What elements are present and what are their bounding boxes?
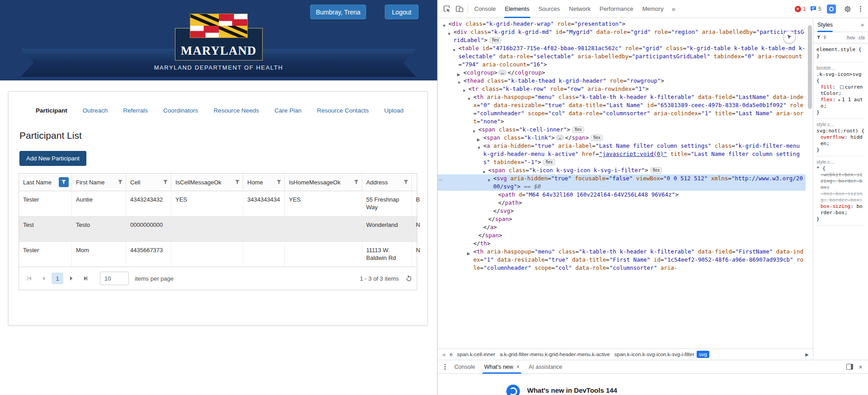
filter-icon[interactable]	[163, 179, 168, 185]
tree-line[interactable]: </span>	[438, 215, 806, 223]
breadcrumb-item[interactable]: a.k-grid-filter-menu.k-grid-header-menu.…	[497, 351, 612, 358]
device-toolbar-button[interactable]	[453, 3, 466, 15]
tree-line[interactable]: ▼<span class="k-icon k-svg-icon k-svg-i-…	[438, 166, 806, 174]
column-header-ishomemessageok[interactable]: IsHomeMessageOk	[284, 174, 362, 191]
flex-badge[interactable]: flex	[490, 37, 501, 43]
settings-button[interactable]	[841, 3, 854, 15]
close-tab-icon[interactable]: ×	[516, 364, 519, 370]
column-header-cell[interactable]: Cell	[126, 174, 171, 191]
sidebar-more-tabs-button[interactable]: »	[861, 22, 864, 28]
flex-badge[interactable]: flex	[651, 167, 662, 174]
flex-badge[interactable]: flex	[591, 135, 603, 141]
css-declaration[interactable]: -webkit-box-sizing: border-box;	[816, 172, 865, 191]
tree-line-selected[interactable]: ▼…<svg aria-hidden="true" focusable="fal…	[438, 174, 806, 191]
tab-participant[interactable]: Participant	[36, 107, 67, 114]
filter-icon[interactable]	[59, 177, 69, 187]
tree-scrollbar-thumb[interactable]	[808, 25, 812, 109]
column-header-last-name[interactable]: Last Name	[19, 174, 71, 191]
last-page-button[interactable]	[80, 273, 91, 284]
tab-upload[interactable]: Upload	[384, 107, 404, 114]
devtools-tab-console[interactable]: Console	[470, 0, 500, 18]
elements-tree[interactable]: ▼<div class="k-grid-header-wrap" role="p…	[438, 18, 813, 348]
collapse-arrow-icon[interactable]: ▼	[477, 144, 481, 152]
css-declaration[interactable]: flex: ▸1 1 auto;	[816, 97, 865, 109]
tree-line[interactable]: </a>	[438, 223, 806, 231]
logout-button[interactable]: Logout	[385, 5, 419, 19]
filter-icon[interactable]	[235, 179, 240, 185]
tab-outreach[interactable]: Outreach	[83, 107, 108, 114]
tree-line[interactable]: ▼<div class="k-grid-header-wrap" role="p…	[438, 20, 806, 28]
extension-icon[interactable]	[827, 5, 836, 14]
table-row[interactable]: TesterMom443566737311113 W. Baldwin RdN	[19, 241, 417, 267]
tab-coordinators[interactable]: Coordinators	[163, 107, 198, 114]
tab-care-plan[interactable]: Care Plan	[274, 107, 302, 114]
flex-badge[interactable]: flex	[543, 159, 555, 165]
error-count[interactable]: 1	[803, 6, 806, 12]
tree-line[interactable]: </span>	[438, 231, 806, 240]
expand-arrow-icon[interactable]: ▶	[467, 249, 470, 258]
drawer-tab-ai-assistance[interactable]: AI assistance	[524, 360, 566, 374]
tree-line[interactable]: ▼<a aria-hidden="true" aria-label="Last …	[438, 142, 806, 166]
error-badge-icon[interactable]: ✕	[795, 6, 801, 12]
devtools-tab-elements[interactable]: Elements	[500, 0, 534, 18]
issues-icon[interactable]	[810, 6, 816, 12]
drawer-kebab-menu-icon[interactable]	[440, 364, 450, 370]
css-declaration[interactable]: -moz-box-sizing: border-box;	[816, 191, 865, 203]
collapse-arrow-icon[interactable]: ▼	[452, 46, 456, 54]
tab-styles[interactable]: Styles	[817, 18, 833, 32]
table-row[interactable]: TesterAuntie4343243432YES3434343434YES55…	[19, 191, 417, 216]
collapse-arrow-icon[interactable]: ▼	[467, 95, 471, 103]
devtools-tab-network[interactable]: Network	[565, 0, 595, 18]
refresh-button[interactable]	[406, 275, 412, 282]
filter-icon[interactable]	[118, 179, 123, 185]
breadcrumb-item[interactable]: span.k-cell-inner	[455, 351, 497, 358]
close-devtools-icon[interactable]: ×	[859, 363, 863, 371]
breadcrumbs-scroll-left-icon[interactable]: ◀	[439, 352, 448, 357]
tab-referrals[interactable]: Referrals	[123, 107, 148, 114]
column-header-first-name[interactable]: First Name	[71, 174, 126, 191]
first-page-button[interactable]	[24, 273, 35, 284]
tab-resource-needs[interactable]: Resource Needs	[213, 107, 259, 114]
page-1-button[interactable]: 1	[52, 273, 63, 284]
page-size-select[interactable]: 10	[100, 272, 129, 285]
column-header-address[interactable]: Address	[362, 174, 411, 191]
breadcrumb-item[interactable]: span.k-icon.k-svg-icon.k-svg-i-filter	[612, 351, 697, 358]
css-declaration[interactable]: overflow: hidden;	[816, 134, 865, 147]
styles-filter-input[interactable]: F	[824, 35, 827, 40]
tree-line[interactable]: ▼<thead class="k-table-thead k-grid-head…	[438, 77, 806, 85]
add-new-participant-button[interactable]: Add New Participant	[19, 151, 86, 166]
issue-count[interactable]: 5	[818, 6, 821, 12]
devtools-tab-memory[interactable]: Memory	[638, 0, 668, 18]
code-link[interactable]: "javascript:void(0)"	[599, 150, 667, 157]
expand-ellipsis[interactable]: …	[556, 135, 564, 141]
filter-icon[interactable]	[403, 179, 409, 185]
filter-icon[interactable]	[276, 179, 282, 185]
devtools-tab-sources[interactable]: Sources	[534, 0, 565, 18]
breadcrumb-item[interactable]: svg	[697, 351, 709, 358]
breadcrumb-item[interactable]: e	[448, 351, 455, 358]
column-header-iscellmessageok[interactable]: IsCellMessageOk	[171, 174, 243, 191]
tree-line[interactable]: <path d="M64 64v32l160 160v224l64-64V256…	[438, 191, 806, 199]
tree-line[interactable]: ▼<div class="k-grid k-grid-md" id="Mygri…	[438, 28, 806, 44]
tree-line[interactable]: </th>	[438, 240, 806, 248]
tree-line[interactable]: </svg>	[438, 207, 806, 215]
tree-line[interactable]: </path>	[438, 199, 806, 207]
tree-line[interactable]: ▼<table id="4716b237-715e-4f82-bbae-9812…	[438, 44, 806, 69]
breadcrumbs-scroll-right-icon[interactable]: ▶	[803, 352, 811, 357]
user-account-button[interactable]: Bumbray, Trena	[310, 5, 366, 19]
css-declaration[interactable]: fill: currentColor;	[816, 84, 865, 97]
inspect-overlay-button[interactable]	[783, 31, 796, 43]
pseudo-state-toggle[interactable]: :hov	[846, 35, 855, 40]
tree-line[interactable]: ▼<th aria-haspopup="menu" class="k-table…	[438, 93, 806, 126]
shorthand-expand-icon[interactable]: ▸	[839, 98, 841, 102]
table-row[interactable]: TestTesto0000000000WonderlandN	[19, 216, 417, 241]
stylesheet-source-link[interactable]: bootstr…	[816, 65, 865, 71]
tree-line[interactable]: ▼<span class="k-cell-inner">flex	[438, 126, 806, 134]
previous-page-button[interactable]	[38, 273, 49, 284]
tab-resource-contacts[interactable]: Resource Contacts	[317, 107, 369, 114]
collapse-arrow-icon[interactable]: ▼	[447, 30, 451, 38]
tree-line[interactable]: ▶<th aria-haspopup="menu" class="k-table…	[438, 248, 806, 272]
column-header-city[interactable]: City	[411, 174, 419, 191]
dock-side-icon[interactable]	[846, 364, 853, 370]
more-tabs-button[interactable]: »	[668, 5, 679, 13]
